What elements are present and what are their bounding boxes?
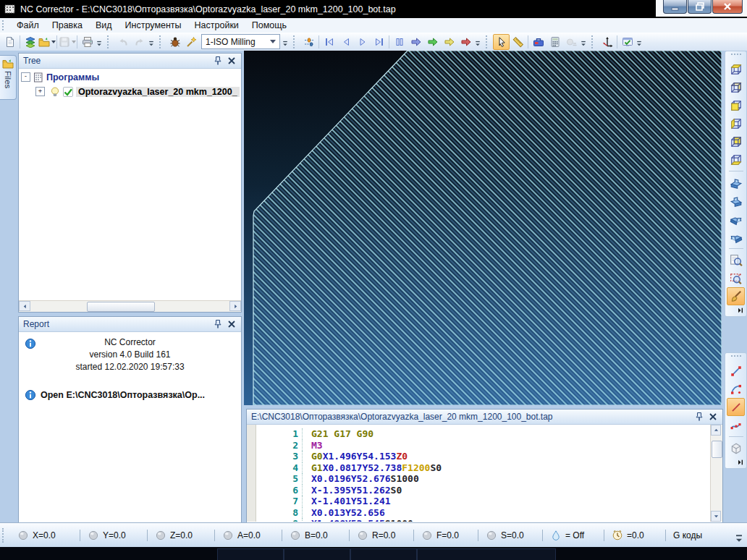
new-file-button[interactable]: [1, 34, 18, 50]
menu-item-2[interactable]: Правка: [46, 19, 89, 32]
gcode-lines[interactable]: 1G21 G17 G902M33G0X1.496Y54.153Z04G1X0.0…: [256, 425, 710, 522]
cursor-button[interactable]: [493, 34, 510, 50]
restore-button[interactable]: [688, 0, 712, 14]
arrow-green-button[interactable]: [424, 34, 441, 50]
close-panel-button[interactable]: [707, 412, 718, 423]
bug-button[interactable]: [166, 34, 183, 50]
open-folder-button[interactable]: [38, 34, 55, 50]
pin-button[interactable]: [693, 412, 704, 423]
redo-button[interactable]: [131, 34, 148, 50]
tree-panel-titlebar: Tree: [19, 54, 241, 69]
scroll-down-button[interactable]: [711, 511, 721, 522]
gcode-line[interactable]: 6X-1.395Y51.262S0: [256, 485, 710, 496]
tree-program-row[interactable]: + Optorazvyazka_laser_20 mkm_1200_: [33, 85, 241, 98]
polyline-button[interactable]: [727, 416, 745, 434]
statusbar-overflow-icon[interactable]: [733, 534, 745, 546]
gcode-line[interactable]: 4G1X0.0817Y52.738F1200S0: [256, 462, 710, 474]
taskbar-button[interactable]: [350, 548, 417, 560]
menu-item-1[interactable]: Файл: [10, 19, 46, 32]
segment-button[interactable]: [727, 398, 745, 416]
monitor-check-button[interactable]: [619, 34, 636, 50]
ruler-button[interactable]: [510, 34, 526, 50]
taskbar-button[interactable]: [217, 548, 284, 560]
toolbar-overflow-icon[interactable]: [636, 34, 643, 50]
toolbar-overflow-icon[interactable]: [474, 34, 481, 50]
gcode-line[interactable]: 7X-1.401Y51.241: [256, 496, 710, 507]
taskbar-button[interactable]: [284, 548, 350, 560]
go-button[interactable]: [563, 34, 580, 50]
gcode-editor[interactable]: 1G21 G17 G902M33G0X1.496Y54.153Z04G1X0.0…: [247, 425, 722, 522]
part-1-button[interactable]: [727, 174, 745, 192]
menu-item-4[interactable]: Инструменты: [119, 19, 188, 32]
gcode-vertical-scrollbar[interactable]: [710, 425, 722, 522]
toolbar-expand-icon[interactable]: [725, 305, 746, 315]
nav-play-button[interactable]: [354, 34, 371, 50]
scroll-left-button[interactable]: [19, 301, 30, 311]
toolbar-overflow-icon[interactable]: [580, 34, 587, 50]
gcode-line[interactable]: 9X1.488Y53.545S1000: [256, 518, 710, 522]
nav-first-button[interactable]: [321, 34, 337, 50]
close-panel-button[interactable]: [226, 319, 237, 330]
gcode-line[interactable]: 2M3: [256, 440, 710, 451]
close-button[interactable]: [712, 0, 743, 14]
collapse-expander[interactable]: -: [21, 72, 30, 82]
layers-button[interactable]: [22, 34, 38, 50]
nav-last-button[interactable]: [371, 34, 387, 50]
wand-button[interactable]: [183, 34, 200, 50]
line-button[interactable]: [727, 362, 745, 380]
nav-prev-button[interactable]: [337, 34, 354, 50]
tree-root-row[interactable]: - Программы: [19, 71, 241, 83]
toolpath-viewport[interactable]: [244, 51, 722, 405]
cube-front-button[interactable]: [727, 96, 745, 114]
part-2-button[interactable]: [727, 192, 745, 210]
gcode-line[interactable]: 1G21 G17 G90: [256, 428, 710, 440]
zoom-window-button[interactable]: [727, 269, 745, 287]
gcode-line[interactable]: 8X0.013Y52.656: [256, 507, 710, 519]
taskbar-button[interactable]: [417, 548, 556, 560]
scrollbar-thumb[interactable]: [87, 302, 155, 312]
pin-button[interactable]: [212, 56, 223, 67]
sliders-button[interactable]: [300, 34, 317, 50]
axes-button[interactable]: [599, 34, 615, 50]
arrow-red-button[interactable]: [457, 34, 474, 50]
nav-pause-button[interactable]: [391, 34, 408, 50]
cube-iso-button[interactable]: [727, 78, 745, 96]
toolbar-overflow-icon[interactable]: [148, 34, 155, 50]
menu-item-6[interactable]: Помощь: [245, 19, 293, 32]
arc-button[interactable]: [727, 380, 745, 398]
minimize-button[interactable]: [663, 0, 687, 14]
arrow-blue-button[interactable]: [408, 34, 424, 50]
print-button[interactable]: [79, 34, 96, 50]
menu-item-5[interactable]: Настройки: [188, 19, 245, 32]
tree-horizontal-scrollbar[interactable]: [19, 300, 241, 312]
cube-back-button[interactable]: [727, 132, 745, 150]
cube-bottom-button[interactable]: [727, 150, 745, 169]
close-panel-button[interactable]: [226, 56, 237, 67]
toolbar-overflow-icon[interactable]: [282, 34, 289, 50]
expand-expander[interactable]: +: [35, 87, 45, 96]
files-side-tab[interactable]: Files: [0, 55, 17, 100]
undo-button[interactable]: [114, 34, 131, 50]
calculator-button[interactable]: [546, 34, 563, 50]
solid-cube-button[interactable]: [727, 439, 745, 457]
toolbar-overflow-icon[interactable]: [96, 34, 103, 50]
cube-left-button[interactable]: [727, 114, 745, 132]
scroll-right-button[interactable]: [229, 301, 241, 311]
part-4-button[interactable]: [727, 228, 745, 246]
cube-top-button[interactable]: [727, 60, 745, 78]
menu-item-3[interactable]: Вид: [89, 19, 119, 32]
zoom-fit-button[interactable]: [727, 251, 745, 269]
pin-button[interactable]: [212, 319, 223, 330]
scrollbar-thumb[interactable]: [712, 441, 722, 458]
scroll-up-button[interactable]: [711, 425, 721, 436]
interpreter-select[interactable]: 1-ISO Milling: [201, 34, 280, 49]
brush-button[interactable]: [727, 287, 745, 305]
gcode-line[interactable]: 3G0X1.496Y54.153Z0: [256, 451, 710, 462]
gcode-line[interactable]: 5X0.0196Y52.676S1000: [256, 473, 710, 485]
part-3-button[interactable]: [727, 210, 745, 228]
save-button[interactable]: [59, 34, 75, 50]
gcode-panel-titlebar: E:\CNC3018\Опторазвязка\Optorazvyazka_la…: [247, 410, 722, 425]
toolbar-expand-icon[interactable]: [725, 457, 746, 467]
toolbox-button[interactable]: [530, 34, 546, 50]
arrow-yellow-button[interactable]: [441, 34, 457, 50]
